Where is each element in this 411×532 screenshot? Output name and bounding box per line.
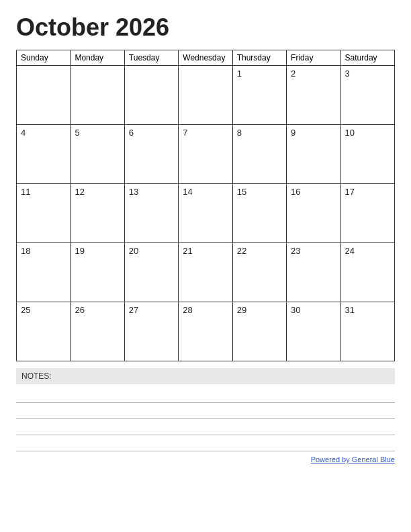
calendar-week-row: 18192021222324 xyxy=(17,243,395,302)
day-number: 31 xyxy=(345,305,355,315)
note-line xyxy=(16,404,395,419)
calendar-day-cell: 2 xyxy=(287,66,340,125)
day-number: 15 xyxy=(237,187,246,197)
calendar-day-cell: 28 xyxy=(179,302,232,361)
day-number: 30 xyxy=(291,305,300,315)
calendar-week-row: 25262728293031 xyxy=(17,302,395,361)
calendar-day-cell: 4 xyxy=(17,125,71,184)
calendar-day-header: Sunday xyxy=(17,50,71,66)
day-number: 11 xyxy=(21,187,30,197)
calendar-week-row: 45678910 xyxy=(17,125,395,184)
calendar-day-cell: 8 xyxy=(232,125,286,184)
calendar-day-cell: 18 xyxy=(17,243,71,302)
day-number: 10 xyxy=(345,128,355,138)
powered-by-link[interactable]: Powered by General Blue xyxy=(311,455,395,463)
calendar-table: SundayMondayTuesdayWednesdayThursdayFrid… xyxy=(16,50,395,361)
calendar-day-cell: 26 xyxy=(71,302,124,361)
calendar-day-header: Tuesday xyxy=(124,50,178,66)
calendar-day-cell: 11 xyxy=(17,184,71,243)
calendar-day-cell xyxy=(124,66,178,125)
calendar-day-cell: 13 xyxy=(124,184,178,243)
calendar-header-row: SundayMondayTuesdayWednesdayThursdayFrid… xyxy=(17,50,395,66)
day-number: 27 xyxy=(129,305,138,315)
calendar-day-cell: 5 xyxy=(71,125,124,184)
day-number: 16 xyxy=(291,187,300,197)
calendar-week-row: 123 xyxy=(17,66,395,125)
calendar-day-cell: 22 xyxy=(232,243,286,302)
day-number: 22 xyxy=(237,246,246,256)
calendar-day-cell: 31 xyxy=(340,302,394,361)
day-number: 8 xyxy=(237,128,242,138)
calendar-day-header: Friday xyxy=(287,50,340,66)
note-lines xyxy=(16,388,395,451)
calendar-day-cell: 12 xyxy=(71,184,124,243)
calendar-day-cell: 30 xyxy=(287,302,340,361)
note-line xyxy=(16,420,395,435)
calendar-day-cell: 27 xyxy=(124,302,178,361)
day-number: 24 xyxy=(345,246,355,256)
day-number: 26 xyxy=(75,305,84,315)
day-number: 5 xyxy=(75,128,79,138)
calendar-day-cell: 15 xyxy=(232,184,286,243)
day-number: 6 xyxy=(129,128,134,138)
day-number: 9 xyxy=(291,128,295,138)
calendar-day-cell: 17 xyxy=(340,184,394,243)
calendar-day-cell: 19 xyxy=(71,243,124,302)
calendar-day-cell: 25 xyxy=(17,302,71,361)
notes-label: NOTES: xyxy=(16,368,395,384)
calendar-day-cell xyxy=(71,66,124,125)
calendar-day-cell xyxy=(17,66,71,125)
calendar-day-cell: 20 xyxy=(124,243,178,302)
day-number: 3 xyxy=(345,69,350,79)
page-title: October 2026 xyxy=(16,13,395,42)
day-number: 13 xyxy=(129,187,138,197)
notes-section: NOTES: xyxy=(16,368,395,451)
calendar-day-cell: 6 xyxy=(124,125,178,184)
day-number: 12 xyxy=(75,187,84,197)
note-line xyxy=(16,437,395,451)
calendar-day-cell: 23 xyxy=(287,243,340,302)
calendar-day-cell: 7 xyxy=(179,125,232,184)
calendar-day-cell: 9 xyxy=(287,125,340,184)
day-number: 23 xyxy=(291,246,300,256)
calendar-day-cell: 1 xyxy=(232,66,286,125)
calendar-day-cell: 16 xyxy=(287,184,340,243)
day-number: 2 xyxy=(291,69,295,79)
calendar-day-cell: 10 xyxy=(340,125,394,184)
calendar-day-header: Thursday xyxy=(232,50,286,66)
day-number: 20 xyxy=(129,246,138,256)
day-number: 25 xyxy=(21,305,30,315)
calendar-day-cell: 14 xyxy=(179,184,232,243)
powered-by: Powered by General Blue xyxy=(16,455,395,463)
calendar-day-cell: 24 xyxy=(340,243,394,302)
calendar-day-header: Saturday xyxy=(340,50,394,66)
calendar-day-cell: 21 xyxy=(179,243,232,302)
day-number: 4 xyxy=(21,128,26,138)
day-number: 19 xyxy=(75,246,84,256)
calendar-day-cell: 3 xyxy=(340,66,394,125)
calendar-day-header: Wednesday xyxy=(179,50,232,66)
day-number: 29 xyxy=(237,305,246,315)
day-number: 1 xyxy=(237,69,242,79)
day-number: 21 xyxy=(183,246,192,256)
day-number: 28 xyxy=(183,305,192,315)
calendar-week-row: 11121314151617 xyxy=(17,184,395,243)
calendar-day-cell xyxy=(179,66,232,125)
day-number: 17 xyxy=(345,187,355,197)
day-number: 14 xyxy=(183,187,192,197)
calendar-day-header: Monday xyxy=(71,50,124,66)
day-number: 18 xyxy=(21,246,30,256)
day-number: 7 xyxy=(183,128,187,138)
calendar-day-cell: 29 xyxy=(232,302,286,361)
note-line xyxy=(16,388,395,403)
